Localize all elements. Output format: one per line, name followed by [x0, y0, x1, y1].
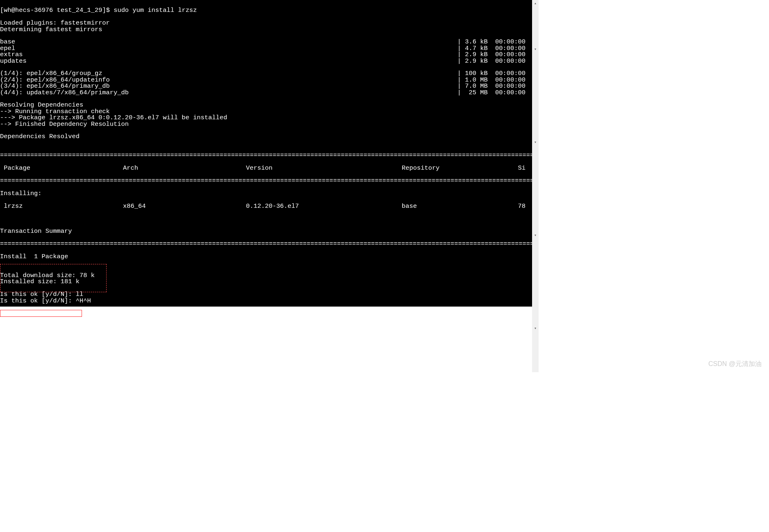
output-line: Total download size: 78 k	[0, 273, 532, 279]
rule-mid2: ========================================…	[0, 241, 532, 247]
installing-label: Installing:	[0, 191, 532, 197]
output-line: Running transaction	[0, 367, 532, 373]
blank	[0, 216, 532, 222]
rule-mid1: ========================================…	[0, 178, 532, 184]
repo-line: extras| 2.9 kB 00:00:00	[0, 52, 532, 58]
download-line: (4/4): updates/7/x86_64/primary_db| 25 M…	[0, 90, 532, 96]
repo-line: updates| 2.9 kB 00:00:00	[0, 58, 532, 64]
output-line: Complete!	[0, 424, 532, 430]
scrollbar[interactable]: ▴ ▾ ▾ ▾ ▾	[532, 0, 539, 372]
pkg-download: lrzsz-0.12.20-36.el7.x86_64.rpm| 78 kB 0…	[0, 336, 532, 342]
output-line	[0, 399, 532, 405]
output-line: Transaction test succeeded	[0, 361, 532, 367]
scroll-down-icon[interactable]: ▾	[532, 139, 539, 146]
confirm-line: Is this ok [y/d/N]: ^H^H	[0, 298, 532, 304]
confirm-boxed-row: Is this ok [y/d/N]: y	[0, 310, 532, 316]
output-line	[0, 127, 532, 134]
scroll-up-icon[interactable]: ▴	[532, 0, 539, 7]
table-row: lrzszx86_640.12.20-36.el7base78	[0, 203, 532, 209]
txn-summary: Transaction Summary	[0, 228, 532, 234]
tail-line: total 20	[0, 449, 532, 455]
scroll-down-icon[interactable]: ▾	[532, 232, 539, 239]
step-line: Verifying : lrzsz-0.12.20-36.el7.x86_641	[0, 386, 532, 392]
output-line: --> Finished Dependency Resolution	[0, 121, 532, 127]
repo-line: epel| 4.7 kB 00:00:00	[0, 45, 532, 52]
scroll-down-icon[interactable]: ▾	[532, 325, 539, 332]
install-count: Install 1 Package	[0, 254, 532, 260]
prompt-line-1: [wh@hecs-36976 test_24_1_29]$ sudo yum i…	[0, 7, 197, 14]
output-line	[0, 418, 532, 424]
table-header: PackageArchVersionRepositorySi	[0, 165, 532, 171]
rule-top: ========================================…	[0, 152, 532, 159]
terminal-output[interactable]: [wh@hecs-36976 test_24_1_29]$ sudo yum i…	[0, 0, 532, 307]
scroll-down-icon[interactable]: ▾	[532, 46, 539, 52]
prompt-line-2: [wh@hecs-36976 test_24_1_29]$ ll	[0, 437, 121, 443]
output-line: Downloading packages:	[0, 323, 532, 329]
repo-line: base| 3.6 kB 00:00:00	[0, 39, 532, 45]
watermark: CSDN @元清加油	[708, 360, 762, 368]
confirm-yes-highlight: Is this ok [y/d/N]: y	[0, 310, 82, 316]
output-line: Determining fastest mirrors	[0, 27, 532, 33]
output-line	[0, 140, 532, 146]
output-line: lrzsz.x86_64 0:0.12.20-36.el7	[0, 412, 532, 418]
output-line: Dependencies Resolved	[0, 134, 532, 140]
output-line: Installed size: 181 k	[0, 279, 532, 285]
